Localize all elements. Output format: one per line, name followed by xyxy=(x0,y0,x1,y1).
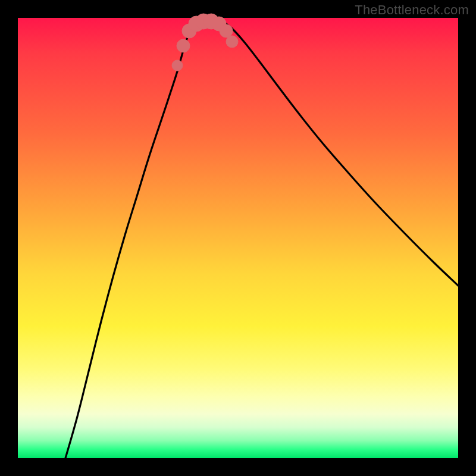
valley-bead xyxy=(220,24,233,37)
valley-bead-group xyxy=(172,14,238,71)
valley-bead xyxy=(172,60,183,71)
outer-frame: TheBottleneck.com xyxy=(0,0,476,476)
bottleneck-curve xyxy=(65,20,458,458)
valley-bead xyxy=(177,39,190,52)
curve-layer xyxy=(18,18,458,458)
watermark-text: TheBottleneck.com xyxy=(355,2,469,18)
valley-bead xyxy=(226,36,238,48)
